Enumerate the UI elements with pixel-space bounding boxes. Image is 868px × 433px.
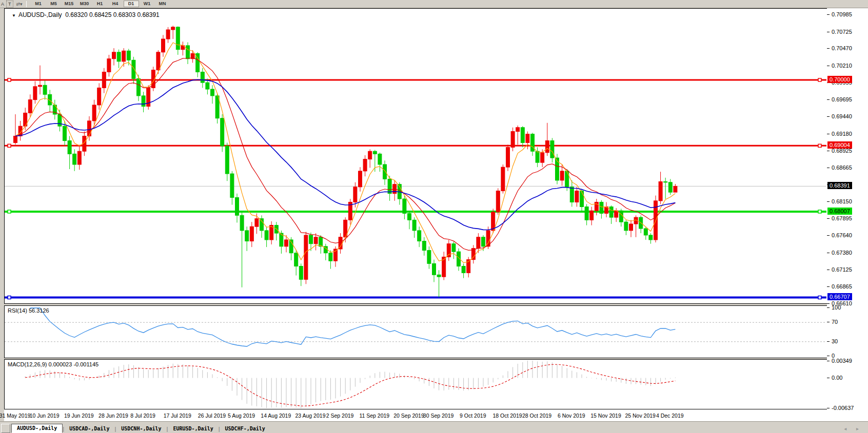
bear-candle xyxy=(403,199,406,213)
price-tick-label: 0.67640 xyxy=(832,232,852,238)
axis-tick-mark xyxy=(827,378,830,378)
hline-handle[interactable] xyxy=(8,210,11,213)
bear-candle xyxy=(215,96,219,118)
bull-candle xyxy=(541,153,544,162)
price-tick-label: 0.68150 xyxy=(832,198,852,204)
date-tick-label: 20 Sep 2019 xyxy=(393,413,424,419)
timeframe-button-m30[interactable]: M30 xyxy=(77,1,92,7)
timeframe-button-h4[interactable]: H4 xyxy=(108,1,123,7)
bear-candle xyxy=(73,154,76,164)
bear-candle xyxy=(383,164,387,179)
axis-tick-mark xyxy=(827,14,830,15)
price-tick-label: 0.68665 xyxy=(832,164,852,171)
timeframe-button-m1[interactable]: M1 xyxy=(31,1,46,7)
bear-candle xyxy=(260,219,264,231)
date-tick-label: 15 Nov 2019 xyxy=(590,413,621,419)
bear-candle xyxy=(521,128,524,143)
bear-candle xyxy=(63,126,67,140)
bull-candle xyxy=(575,191,579,202)
chart-tab-audusd[interactable]: AUDUSD-,Daily xyxy=(11,424,63,433)
rsi-tick-label: 100 xyxy=(832,304,841,311)
bull-candle xyxy=(33,87,37,100)
bear-candle xyxy=(230,174,234,197)
bear-candle xyxy=(132,60,135,78)
rsi-pane[interactable]: RSI(14) 56.3126 xyxy=(4,305,828,358)
bear-candle xyxy=(309,235,313,244)
bull-candle xyxy=(304,235,308,279)
bear-candle xyxy=(245,231,249,241)
main-chart-pane[interactable]: ▼AUDUSD-,Daily 0.68320 0.68425 0.68303 0… xyxy=(4,8,828,304)
bear-candle xyxy=(418,231,421,241)
date-tick-label: 14 Aug 2019 xyxy=(261,413,291,419)
bear-candle xyxy=(408,213,411,220)
bull-candle xyxy=(97,88,101,105)
hline-price-badge: 0.68007 xyxy=(827,208,852,215)
bear-candle xyxy=(462,266,465,273)
rsi-line xyxy=(30,308,676,346)
price-tick-label: 0.67125 xyxy=(832,266,852,273)
hline-price-badge: 0.66707 xyxy=(827,293,852,300)
bear-candle xyxy=(225,146,229,174)
bull-candle xyxy=(526,134,529,143)
price-tick-label: 0.70470 xyxy=(832,45,852,51)
axis-tick-mark xyxy=(827,286,830,287)
date-tick-label: 4 Dec 2019 xyxy=(656,413,684,419)
timeframe-button-m15[interactable]: M15 xyxy=(62,1,76,7)
bull-candle xyxy=(107,59,111,72)
chart-tab-usdcad[interactable]: USDCAD-,Daily xyxy=(64,425,114,433)
chevron-down-icon: ▼ xyxy=(12,13,16,18)
bear-candle xyxy=(43,85,47,94)
axis-tick-mark xyxy=(827,66,830,66)
axis-tick-mark xyxy=(827,32,830,32)
chart-tab-usdcnh[interactable]: USDCNH-,Daily xyxy=(116,425,166,433)
macd-label: MACD(12,26,9) 0.000023 -0.001145 xyxy=(8,361,98,367)
timeframe-buttons: M1M5M15M30H1H4D1W1MN xyxy=(31,1,170,7)
cursor-dropdown-icon[interactable]: ⇄▾ xyxy=(16,2,23,7)
hline-price-badge: 0.69004 xyxy=(827,141,852,149)
bear-candle xyxy=(68,141,71,154)
timeframe-button-d1[interactable]: D1 xyxy=(124,1,139,7)
bear-candle xyxy=(422,241,426,251)
bear-candle xyxy=(649,235,653,240)
hline-handle[interactable] xyxy=(8,144,11,147)
price-tick-label: 0.69440 xyxy=(832,113,852,119)
bear-candle xyxy=(319,237,323,246)
timeframe-button-mn[interactable]: MN xyxy=(155,1,170,7)
chart-tab-eurusd[interactable]: EURUSD-,Daily xyxy=(168,425,218,433)
hline-handle[interactable] xyxy=(8,78,11,81)
text-tool-button[interactable]: T xyxy=(6,1,13,8)
timeframe-button-m5[interactable]: M5 xyxy=(47,1,61,7)
timeframe-button-h1[interactable]: H1 xyxy=(93,1,107,7)
bear-candle xyxy=(531,134,535,152)
bear-candle xyxy=(600,202,603,213)
chart-tab-usdchf[interactable]: USDCHF-,Daily xyxy=(220,425,270,433)
candlestick-chart[interactable] xyxy=(5,9,826,302)
date-tick-label: 6 Nov 2019 xyxy=(558,413,585,419)
macd-pane[interactable]: MACD(12,26,9) 0.000023 -0.001145 xyxy=(4,359,828,410)
bull-candle xyxy=(447,244,450,257)
top-toolbar: A T ⇄▾ M1M5M15M30H1H4D1W1MN xyxy=(0,0,868,8)
bear-candle xyxy=(201,72,204,83)
bull-candle xyxy=(659,182,662,201)
bear-candle xyxy=(221,118,224,146)
tab-scroll-arrows[interactable]: ◂ ▸ xyxy=(844,426,863,431)
axis-tick-mark xyxy=(827,307,830,308)
bull-candle xyxy=(166,30,170,39)
bear-candle xyxy=(412,220,416,231)
bull-candle xyxy=(38,85,42,87)
hline-handle[interactable] xyxy=(8,296,11,299)
hline-handle[interactable] xyxy=(818,78,821,81)
timeframe-button-w1[interactable]: W1 xyxy=(140,1,154,7)
tab-corner-button[interactable] xyxy=(1,424,10,433)
hline-handle[interactable] xyxy=(818,296,821,299)
date-tick-label: 28 Jun 2019 xyxy=(98,413,128,419)
bear-candle xyxy=(265,231,268,240)
hline-handle[interactable] xyxy=(818,144,821,147)
bear-candle xyxy=(664,182,667,182)
price-tick-label: 0.67895 xyxy=(832,215,852,221)
axis-tick-mark xyxy=(827,270,830,270)
bull-candle xyxy=(595,202,598,211)
hline-handle[interactable] xyxy=(818,210,821,213)
bull-candle xyxy=(162,39,165,52)
axis-tick-mark xyxy=(827,99,830,100)
